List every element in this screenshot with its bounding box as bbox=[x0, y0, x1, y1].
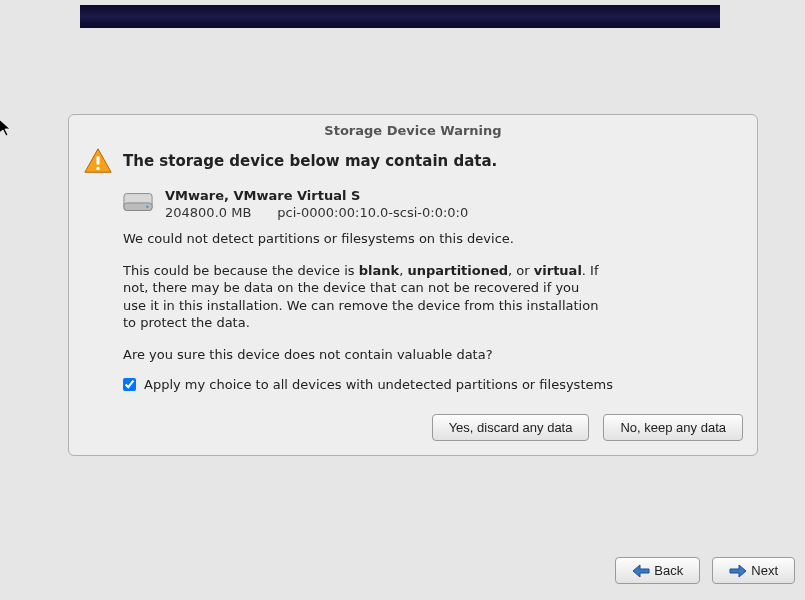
svg-point-4 bbox=[146, 205, 148, 207]
device-row: VMware, VMware Virtual S 204800.0 MBpci-… bbox=[123, 188, 743, 220]
back-button[interactable]: Back bbox=[615, 557, 700, 584]
svg-point-1 bbox=[96, 167, 100, 171]
no-keep-button[interactable]: No, keep any data bbox=[603, 414, 743, 441]
device-info: VMware, VMware Virtual S 204800.0 MBpci-… bbox=[165, 188, 468, 220]
warning-icon bbox=[83, 146, 113, 176]
device-detail: 204800.0 MBpci-0000:00:10.0-scsi-0:0:0:0 bbox=[165, 205, 468, 220]
next-button[interactable]: Next bbox=[712, 557, 795, 584]
dialog-heading: The storage device below may contain dat… bbox=[123, 152, 497, 170]
svg-rect-0 bbox=[96, 156, 99, 164]
apply-all-row[interactable]: Apply my choice to all devices with unde… bbox=[123, 377, 743, 392]
wizard-nav: Back Next bbox=[615, 557, 795, 584]
device-name: VMware, VMware Virtual S bbox=[165, 188, 468, 203]
next-label: Next bbox=[751, 563, 778, 578]
dialog-button-row: Yes, discard any data No, keep any data bbox=[83, 414, 743, 441]
dialog-body: We could not detect partitions or filesy… bbox=[123, 230, 603, 363]
header-banner bbox=[80, 5, 720, 28]
dialog-title: Storage Device Warning bbox=[83, 123, 743, 138]
back-label: Back bbox=[654, 563, 683, 578]
harddrive-icon bbox=[123, 190, 153, 214]
device-size: 204800.0 MB bbox=[165, 205, 251, 220]
apply-all-checkbox[interactable] bbox=[123, 378, 136, 391]
mouse-cursor bbox=[0, 118, 14, 138]
arrow-left-icon bbox=[632, 564, 650, 578]
apply-all-label: Apply my choice to all devices with unde… bbox=[144, 377, 613, 392]
dialog-header-row: The storage device below may contain dat… bbox=[83, 146, 743, 176]
para-detect: We could not detect partitions or filesy… bbox=[123, 230, 603, 248]
arrow-right-icon bbox=[729, 564, 747, 578]
para-confirm: Are you sure this device does not contai… bbox=[123, 346, 603, 364]
device-path: pci-0000:00:10.0-scsi-0:0:0:0 bbox=[277, 205, 468, 220]
para-reason: This could be because the device is blan… bbox=[123, 262, 603, 332]
yes-discard-button[interactable]: Yes, discard any data bbox=[432, 414, 590, 441]
storage-warning-dialog: Storage Device Warning The storage devic… bbox=[68, 114, 758, 456]
